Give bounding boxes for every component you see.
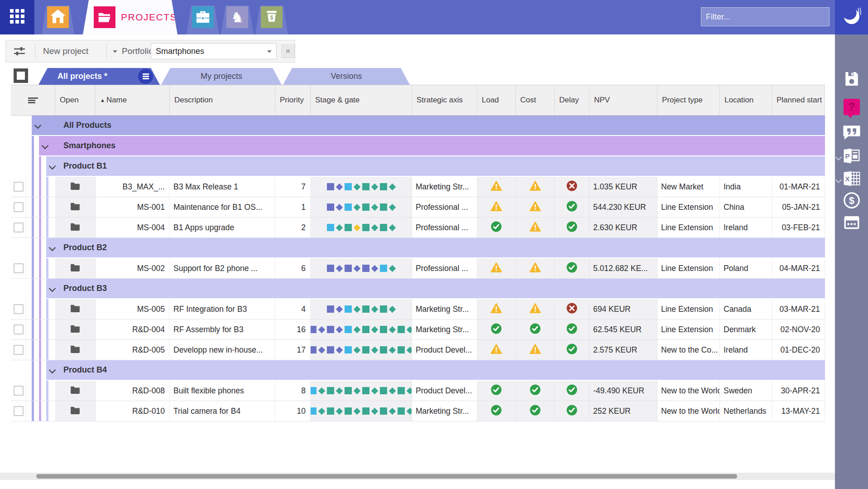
filter-input[interactable] <box>701 7 830 26</box>
clear-portfolio-button[interactable]: × <box>281 44 295 58</box>
project-row[interactable]: R&D-010Trial camera for B410Marketing St… <box>11 401 825 421</box>
column-header-project-type[interactable]: Project type <box>657 85 720 116</box>
open-project-cell[interactable] <box>55 177 96 197</box>
tab-my-projects[interactable]: My projects <box>161 68 282 85</box>
project-row[interactable]: B3_MAX_...B3 Max Release 17Marketing Str… <box>11 177 825 197</box>
row-checkbox[interactable] <box>14 263 24 273</box>
group-row[interactable]: Product B3 <box>11 279 825 299</box>
project-row[interactable]: R&D-005Developp new in-house...17Product… <box>11 340 825 360</box>
home-button[interactable] <box>47 6 69 28</box>
open-project-cell[interactable] <box>55 381 96 401</box>
row-checkbox[interactable] <box>14 406 24 416</box>
portfolio-select[interactable]: Smartphones <box>151 43 277 59</box>
row-checkbox[interactable] <box>14 304 24 314</box>
folder-icon <box>70 202 80 213</box>
toolbar-divider <box>106 44 107 58</box>
group-row[interactable]: Product B4 <box>11 360 825 381</box>
row-checkbox[interactable] <box>14 324 24 334</box>
open-project-cell[interactable] <box>55 401 96 421</box>
open-project-cell[interactable] <box>55 299 96 319</box>
gate-diamond-icon <box>388 305 396 313</box>
table-header-menu-cell[interactable] <box>11 85 55 116</box>
column-header-open[interactable]: Open <box>55 85 96 116</box>
column-header-label: Priority <box>280 96 304 105</box>
panel-toggle-icon[interactable] <box>14 68 28 83</box>
currency-button[interactable]: $ <box>835 190 868 212</box>
column-header-planned-start[interactable]: Planned start <box>772 85 825 116</box>
tab-menu-button[interactable] <box>138 69 153 84</box>
group-band <box>46 360 825 380</box>
excel-export-button[interactable]: X <box>835 169 868 190</box>
column-header-stage-gate[interactable]: Stage & gate <box>311 85 412 116</box>
row-select-cell <box>11 177 26 197</box>
row-checkbox[interactable] <box>14 202 24 212</box>
project-row[interactable]: MS-004B1 Apps upgrade2Professional ...2.… <box>11 218 825 238</box>
table-header-row: Open▲NameDescriptionPriorityStage & gate… <box>11 85 825 116</box>
comments-button[interactable] <box>835 122 868 144</box>
gate-diamond-icon <box>353 407 360 415</box>
group-row[interactable]: Product B1 <box>11 156 825 177</box>
group-row[interactable]: Smartphones <box>11 136 825 156</box>
cell-delay-status <box>555 340 590 360</box>
save-button[interactable] <box>835 69 868 91</box>
cell-delay-status <box>555 401 590 421</box>
row-checkbox[interactable] <box>14 182 24 192</box>
tab-versions[interactable]: Versions <box>283 68 410 85</box>
horizontal-scrollbar[interactable] <box>0 473 835 480</box>
open-project-cell[interactable] <box>55 340 96 360</box>
svg-text:P: P <box>845 152 849 160</box>
status-ok-icon <box>566 221 578 235</box>
indent-cell <box>26 258 55 278</box>
column-header-label: NPV <box>594 96 610 105</box>
row-checkbox[interactable] <box>14 345 24 355</box>
row-checkbox[interactable] <box>14 223 24 232</box>
stage-square <box>362 387 369 394</box>
stage-square <box>345 183 352 190</box>
project-row[interactable]: R&D-004RF Assembly for B316Marketing Str… <box>11 320 825 340</box>
budget-button[interactable]: $ <box>261 6 283 28</box>
cell-npv: 252 KEUR <box>590 401 657 421</box>
column-header-description[interactable]: Description <box>170 85 275 116</box>
group-row[interactable]: Product B2 <box>11 238 825 258</box>
brand-logo-button[interactable] <box>835 0 868 34</box>
project-row[interactable]: MS-001Maintenance for B1 OS...1Professio… <box>11 197 825 218</box>
column-header-npv[interactable]: NPV <box>590 85 657 116</box>
apps-menu-button[interactable] <box>0 0 34 34</box>
gate-diamond-icon <box>371 305 378 313</box>
folder-icon <box>70 345 80 355</box>
column-header-name[interactable]: ▲Name <box>96 85 170 116</box>
strategy-button[interactable]: ♞ <box>226 6 248 28</box>
column-header-load[interactable]: Load <box>477 85 516 116</box>
column-header-location[interactable]: Location <box>720 85 772 116</box>
column-header-priority[interactable]: Priority <box>275 85 311 116</box>
open-project-cell[interactable] <box>55 320 96 339</box>
tab-projects[interactable]: PROJECTS <box>83 0 177 34</box>
stage-square <box>362 203 369 211</box>
calendar-button[interactable] <box>835 212 868 234</box>
resources-button[interactable] <box>192 6 214 28</box>
cell-location: Ireland <box>720 340 772 360</box>
help-button[interactable]: ? <box>835 96 868 118</box>
chevron-down-icon[interactable] <box>113 50 117 53</box>
stage-square <box>345 407 352 415</box>
project-row[interactable]: R&D-008Built flexible phones8Product Dev… <box>11 381 825 401</box>
group-label: Product B2 <box>63 238 107 257</box>
scrollbar-thumb[interactable] <box>36 474 737 479</box>
group-row[interactable]: All Products <box>11 116 825 136</box>
open-project-cell[interactable] <box>55 258 96 278</box>
bucket-dollar-icon: $ <box>264 9 279 25</box>
open-project-cell[interactable] <box>55 197 96 217</box>
tab-all-projects[interactable]: All projects * <box>38 68 160 85</box>
powerpoint-export-button[interactable]: P <box>835 146 868 168</box>
sliders-icon[interactable] <box>13 46 26 59</box>
row-checkbox[interactable] <box>14 386 24 396</box>
new-project-button[interactable]: New project <box>43 40 88 62</box>
open-project-cell[interactable] <box>55 218 96 237</box>
project-row[interactable]: MS-002Support for B2 phone ...6Professio… <box>11 258 825 279</box>
project-row[interactable]: MS-005RF Integration for B34Marketing St… <box>11 299 825 320</box>
column-header-cost[interactable]: Cost <box>516 85 555 116</box>
column-header-delay[interactable]: Delay <box>555 85 590 116</box>
column-header-strategic-axis[interactable]: Strategic axis <box>412 85 477 116</box>
column-header-label: Load <box>482 96 499 105</box>
status-ok-icon <box>490 384 502 398</box>
